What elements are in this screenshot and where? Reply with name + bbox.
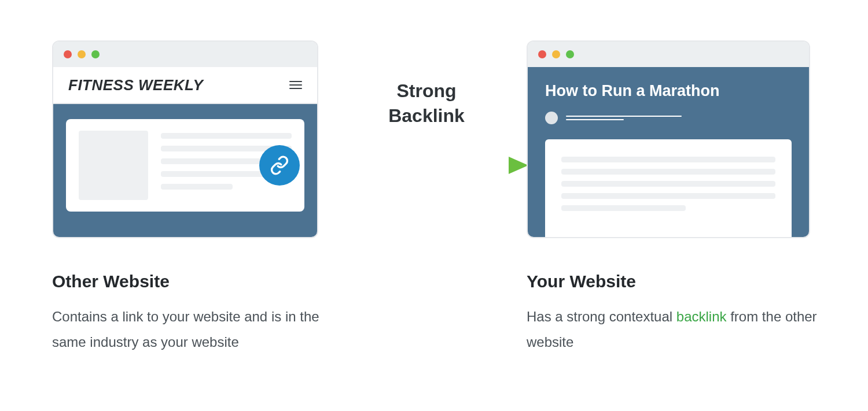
site-title: FITNESS WEEKLY (68, 76, 203, 94)
arrow-label-line2: Backlink (388, 105, 465, 126)
text-line (561, 205, 686, 211)
window-titlebar (528, 42, 809, 67)
article-title: How to Run a Marathon (545, 82, 792, 100)
byline-line (566, 116, 682, 117)
byline (545, 112, 792, 124)
text-line (561, 181, 775, 187)
caption-prefix: Has a strong contextual (527, 309, 676, 324)
avatar-icon (545, 112, 558, 124)
caption-title: Your Website (527, 272, 827, 291)
close-dot-icon (538, 50, 546, 58)
caption-highlight: backlink (676, 309, 727, 324)
close-dot-icon (64, 50, 72, 58)
caption-body: Contains a link to your website and is i… (52, 304, 353, 356)
diagram-canvas: FITNESS WEEKLY (0, 0, 868, 411)
other-website-caption: Other Website Contains a link to your we… (52, 272, 353, 356)
caption-body: Has a strong contextual backlink from th… (527, 304, 827, 356)
article-card (66, 119, 304, 212)
minimize-dot-icon (78, 50, 86, 58)
article-content-card (545, 139, 792, 238)
text-line (561, 157, 775, 162)
caption-title: Other Website (52, 272, 353, 291)
text-line (561, 193, 775, 199)
maximize-dot-icon (91, 50, 100, 58)
text-line (161, 184, 233, 190)
thumbnail-placeholder (79, 131, 148, 200)
maximize-dot-icon (566, 50, 574, 58)
arrow-label: Strong Backlink (348, 79, 505, 128)
site-header: FITNESS WEEKLY (53, 67, 317, 104)
text-line (161, 133, 292, 139)
minimize-dot-icon (552, 50, 560, 58)
your-website-caption: Your Website Has a strong contextual bac… (527, 272, 827, 356)
window-titlebar (53, 42, 317, 67)
byline-line (566, 119, 624, 120)
text-line (561, 169, 775, 175)
byline-lines (566, 116, 682, 120)
article-body: How to Run a Marathon (528, 67, 809, 237)
your-website-browser: How to Run a Marathon (527, 40, 810, 238)
svg-marker-1 (509, 157, 528, 174)
arrow-icon (285, 153, 528, 177)
site-body (53, 104, 317, 237)
arrow-label-line1: Strong (396, 80, 456, 101)
other-website-browser: FITNESS WEEKLY (52, 40, 318, 238)
hamburger-icon (289, 81, 302, 89)
